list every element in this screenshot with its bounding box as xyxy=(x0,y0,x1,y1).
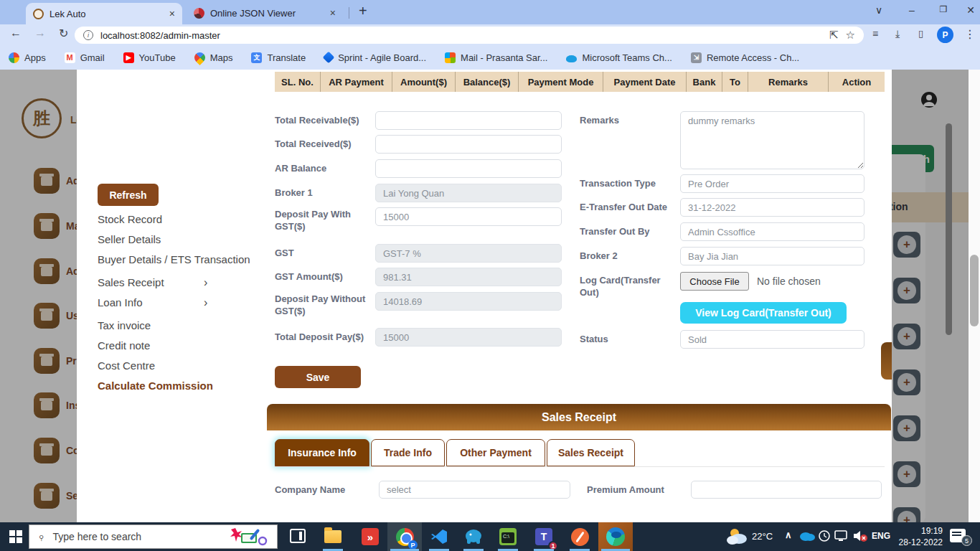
total-received-input[interactable] xyxy=(375,135,562,154)
taskbar-search-box[interactable]: ⌕ Type here to search xyxy=(29,524,278,549)
volume-muted-icon[interactable] xyxy=(852,529,868,543)
view-log-card-button[interactable]: View Log Card(Transfer Out) xyxy=(680,302,847,324)
new-tab-button[interactable]: + xyxy=(359,3,367,19)
bookmark-star-icon[interactable]: ☆ xyxy=(846,29,855,42)
company-name-select[interactable] xyxy=(379,481,570,499)
address-bar[interactable]: i localhost:8082/admin-master ⇱ ☆ xyxy=(75,27,864,44)
taskbar-pen-app[interactable] xyxy=(562,522,597,551)
field-label: Deposit Pay Without GST($) xyxy=(275,293,368,317)
bookmark-remote-access[interactable]: ⇲ Remote Access - Ch... xyxy=(691,52,799,63)
save-button[interactable]: Save xyxy=(275,366,361,388)
menu-item-buyer-details[interactable]: Buyer Details / ETS Transaction xyxy=(98,253,277,265)
tab-other-payment[interactable]: Other Payment xyxy=(446,439,545,466)
temperature-text[interactable]: 22°C xyxy=(752,531,773,542)
taskbar-teams[interactable]: T 1 xyxy=(527,522,561,551)
transaction-type-input[interactable] xyxy=(680,174,864,193)
status-input[interactable] xyxy=(680,330,864,349)
bookmark-teams[interactable]: Microsoft Teams Ch... xyxy=(566,52,672,63)
total-deposit-pay-input xyxy=(375,328,562,347)
share-icon[interactable]: ⇱ xyxy=(829,29,839,42)
tray-chevron-up-icon[interactable]: ∧ xyxy=(785,529,792,540)
onedrive-icon[interactable] xyxy=(799,530,815,542)
menu-item-credit-note[interactable]: Credit note xyxy=(98,339,277,352)
side-pull-tab[interactable] xyxy=(881,342,892,380)
taskbar-edge[interactable] xyxy=(598,522,633,551)
broker2-input[interactable] xyxy=(680,247,864,265)
taskbar-pgadmin[interactable] xyxy=(456,522,491,551)
window-restore-button[interactable]: ❐ xyxy=(933,4,954,14)
refresh-button[interactable]: Refresh xyxy=(98,184,159,206)
search-highlight-graphic[interactable] xyxy=(230,527,268,547)
menu-item-loan-info[interactable]: Loan Info› xyxy=(98,296,277,309)
windows-taskbar: ⌕ Type here to search » P T 1 xyxy=(0,522,980,551)
sidebar-panel-icon[interactable]: ▯ xyxy=(918,28,923,39)
taskbar-clock[interactable]: 19:19 28-12-2022 xyxy=(898,525,943,548)
taskbar-terminal[interactable] xyxy=(491,522,525,551)
menu-item-cost-centre[interactable]: Cost Centre xyxy=(98,359,277,372)
etransfer-out-date-input[interactable] xyxy=(680,198,864,217)
tab-insurance-info[interactable]: Insurance Info xyxy=(275,439,369,466)
choose-file-button[interactable]: Choose File xyxy=(680,272,749,291)
window-minimize-button[interactable]: – xyxy=(901,4,923,16)
bookmark-translate[interactable]: 文 Translate xyxy=(251,52,306,63)
tab-close-icon[interactable]: × xyxy=(330,7,336,19)
total-receivable-input[interactable] xyxy=(375,111,562,130)
deposit-with-gst-input[interactable] xyxy=(375,207,562,226)
menu-kebab-icon[interactable]: ⋮ xyxy=(964,27,976,41)
network-display-icon[interactable] xyxy=(834,529,849,542)
menu-item-stock-record[interactable]: Stock Record xyxy=(98,213,277,225)
menu-item-seller-details[interactable]: Seller Details xyxy=(98,233,277,245)
bookmark-gmail[interactable]: M Gmail xyxy=(65,52,105,63)
reading-list-icon[interactable]: ≡ xyxy=(872,28,878,39)
back-icon[interactable]: ← xyxy=(10,27,22,39)
tab-close-icon[interactable]: × xyxy=(169,8,175,19)
weather-icon[interactable] xyxy=(726,527,749,546)
col-bank: Bank xyxy=(687,72,722,92)
window-chevron-icon[interactable]: ∨ xyxy=(868,4,890,16)
bookmark-maps[interactable]: Maps xyxy=(194,52,233,63)
bookmark-mail[interactable]: Mail - Prasanta Sar... xyxy=(445,52,547,63)
pgadmin-elephant-icon xyxy=(464,528,483,545)
bookmark-apps[interactable]: Apps xyxy=(9,52,46,63)
menu-item-tax-invoice[interactable]: Tax invoice xyxy=(98,319,277,331)
refresh-icon[interactable]: ↻ xyxy=(59,27,68,40)
url-text[interactable]: localhost:8082/admin-master xyxy=(100,30,822,41)
tab-sales-receipt[interactable]: Sales Receipt xyxy=(547,439,635,466)
browser-scrollbar[interactable] xyxy=(969,70,980,522)
col-amount: Amount($) xyxy=(392,72,456,92)
bookmark-youtube[interactable]: ▶ YouTube xyxy=(123,52,176,63)
col-payment-date: Payment Date xyxy=(603,72,687,92)
language-indicator[interactable]: ENG xyxy=(872,531,890,541)
menu-item-calculate-commission[interactable]: Calculate Commission xyxy=(98,380,277,392)
tabs-divider xyxy=(275,466,885,467)
task-view-icon[interactable] xyxy=(290,529,306,543)
site-info-icon[interactable]: i xyxy=(83,30,93,40)
download-icon[interactable]: ⤓ xyxy=(895,28,900,40)
sales-receipt-header: Sales Receipt xyxy=(267,404,891,430)
taskbar-chrome[interactable]: P xyxy=(387,522,422,551)
bookmark-sprint[interactable]: Sprint - Agile Board... xyxy=(324,52,426,63)
bookmarks-bar: Apps M Gmail ▶ YouTube Maps 文 Translate … xyxy=(0,45,980,70)
tab-lek-auto[interactable]: Lek Auto × xyxy=(26,3,182,24)
notification-count-badge[interactable]: 5 xyxy=(961,535,972,546)
profile-avatar[interactable]: P xyxy=(937,27,953,43)
taskbar-red-app[interactable]: » xyxy=(353,522,387,551)
remarks-textarea[interactable]: dummy remarks xyxy=(680,111,864,169)
ar-payment-table-header: SL. No. AR Payment Amount($) Balance($) … xyxy=(275,72,885,92)
window-close-button[interactable]: ✕ xyxy=(960,4,980,16)
transfer-out-by-input[interactable] xyxy=(680,222,864,241)
sync-clock-icon[interactable] xyxy=(818,529,831,542)
forward-icon[interactable]: → xyxy=(34,27,46,39)
scrollbar-thumb[interactable] xyxy=(970,255,979,326)
taskbar-vscode[interactable] xyxy=(422,522,456,551)
field-label: AR Balance xyxy=(275,162,372,174)
field-label: Status xyxy=(580,333,680,345)
ar-balance-input[interactable] xyxy=(375,159,562,178)
start-button[interactable] xyxy=(9,530,22,543)
premium-amount-input[interactable] xyxy=(691,481,882,499)
menu-item-sales-receipt[interactable]: Sales Receipt› xyxy=(98,276,277,288)
tab-trade-info[interactable]: Trade Info xyxy=(371,439,445,466)
tab-json-viewer[interactable]: Online JSON Viewer × xyxy=(187,3,343,23)
taskbar-file-explorer[interactable] xyxy=(316,522,350,551)
time-text: 19:19 xyxy=(898,525,943,537)
